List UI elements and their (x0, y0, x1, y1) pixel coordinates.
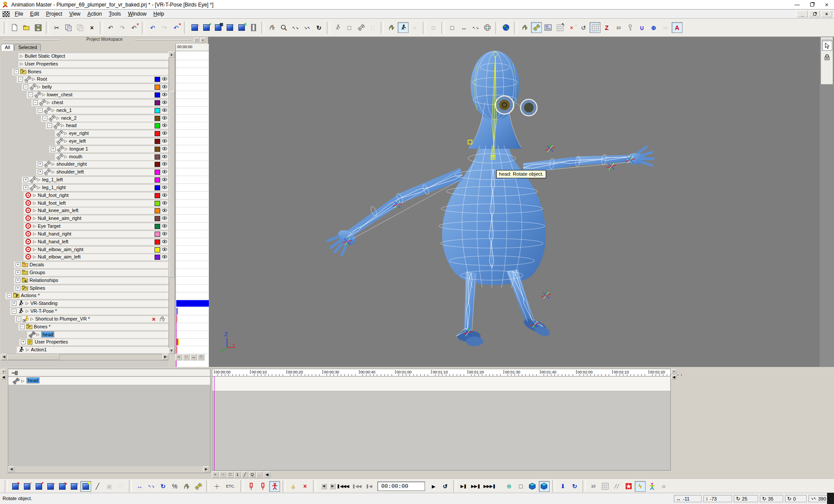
skeletal-mode-button[interactable] (398, 22, 409, 33)
shaded-mode-button[interactable] (527, 481, 538, 492)
chain-links-button[interactable]: oo (660, 22, 671, 33)
zoom-tool-button[interactable] (278, 22, 289, 33)
tree-item-label[interactable]: Bullet Static Object (25, 53, 65, 59)
delete-keyframe-button[interactable]: × (300, 481, 310, 492)
scale-manipulator-button[interactable]: ↖↘ (470, 22, 481, 33)
sphere-toggle-button[interactable]: ○ (658, 481, 669, 492)
bone-color-chip[interactable] (155, 193, 160, 198)
properties-arrow-icon[interactable]: ▷ (33, 255, 36, 259)
mode-cube-rotate-button[interactable]: ↻ (80, 481, 91, 492)
tree-item-eye-right[interactable]: ▷eye_right (1, 130, 168, 137)
tree-item-label[interactable]: Splines (30, 285, 45, 291)
tree-item-label[interactable]: Relationships (30, 278, 58, 283)
bone-color-chip[interactable] (155, 131, 160, 136)
visibility-eye-icon[interactable] (162, 185, 168, 190)
visibility-eye-icon[interactable] (162, 100, 168, 105)
new-choreography-button[interactable] (248, 22, 259, 33)
tree-vertical-scrollbar[interactable]: ▲ ▼ (168, 52, 175, 354)
visibility-eye-icon[interactable] (162, 201, 168, 206)
properties-arrow-icon[interactable]: ▷ (30, 317, 33, 321)
menu-action[interactable]: Action (84, 10, 105, 18)
visibility-eye-icon[interactable] (162, 232, 168, 237)
current-time-field[interactable] (377, 481, 425, 491)
properties-arrow-icon[interactable]: ▷ (56, 116, 59, 120)
timeline-close-button[interactable]: × (1, 369, 6, 374)
go-to-start-button[interactable]: ❚◀◀◀ (336, 481, 350, 492)
frame-view-button[interactable]: □ (198, 354, 204, 360)
expand-icon[interactable]: + (12, 301, 16, 306)
tree-item-label[interactable]: mouth (69, 154, 82, 159)
bone-color-chip[interactable] (155, 123, 160, 128)
tree-item-relationships[interactable]: +Relationships (1, 277, 168, 284)
bone-color-chip[interactable] (155, 100, 160, 105)
properties-arrow-icon[interactable]: ▷ (61, 123, 64, 128)
translate-object-button[interactable]: ↔ (134, 481, 145, 492)
workspace-tab-all[interactable]: All (1, 44, 14, 51)
tree-item-user-properties[interactable]: ▷User Properties (1, 61, 168, 68)
zoom-fit-selected-button[interactable]: ↘↖ (302, 22, 313, 33)
tl-more-button[interactable]: ‥ (256, 471, 263, 478)
properties-arrow-icon[interactable]: ▷ (20, 62, 23, 66)
mode-cube-6-button[interactable]: ↓ (69, 481, 79, 492)
tree-item-shortcut-to-plumper-vr[interactable]: −▷Shortcut to Plumper_VR *× (1, 316, 168, 323)
paint-keys-button[interactable]: ×․ (566, 22, 577, 33)
expand-icon[interactable]: + (16, 286, 20, 291)
mdi-document-icon[interactable] (3, 11, 10, 17)
expand-view-button[interactable]: ↔ (190, 354, 197, 360)
key-lock-button[interactable] (625, 22, 636, 33)
menu-window[interactable]: Window (125, 10, 150, 18)
visibility-eye-icon[interactable] (162, 162, 168, 167)
tree-item-label[interactable]: shoulder_left (56, 169, 84, 174)
mdi-restore-button[interactable] (809, 10, 820, 17)
rotate-keys-button[interactable]: ↺ (578, 22, 589, 33)
properties-arrow-icon[interactable]: ▷ (52, 108, 55, 112)
rotate-manipulator-button[interactable] (482, 22, 493, 33)
collapse-icon[interactable]: − (16, 317, 21, 321)
properties-arrow-icon[interactable]: ▷ (33, 239, 36, 244)
properties-arrow-icon[interactable]: ▷ (32, 77, 35, 81)
mode-cube-3-button[interactable]: ↗ (33, 481, 44, 492)
properties-arrow-icon[interactable]: ▷ (33, 224, 36, 228)
redo-view-button[interactable]: ↷ (159, 22, 170, 33)
scale-object-button[interactable]: ↖↘ (146, 481, 157, 492)
grab-bone-button[interactable] (181, 481, 192, 492)
ruler-toggle-button[interactable]: 10 (588, 481, 599, 492)
dopesheet-view-button[interactable]: ∷ (183, 354, 190, 360)
tree-item-neck-1[interactable]: −▷neck_1 (1, 107, 168, 114)
bone-color-chip[interactable] (155, 239, 160, 245)
tree-item-bullet-static-object[interactable]: ▷Bullet Static Object (1, 53, 168, 60)
bone-color-chip[interactable] (155, 185, 160, 190)
tree-item-shoulder-left[interactable]: +▷shoulder_left (1, 169, 168, 176)
modeling-mode-button[interactable] (332, 22, 343, 33)
mdi-minimize-button[interactable]: _ (797, 10, 808, 17)
properties-arrow-icon[interactable]: ▷ (65, 147, 68, 151)
delete-bone-icon[interactable]: × (152, 316, 155, 323)
tree-item-leg-1-right[interactable]: +▷leg_1_right (1, 184, 168, 191)
translate-manipulator-button[interactable]: ↔ (458, 22, 469, 33)
bone-color-chip[interactable] (155, 85, 160, 90)
properties-arrow-icon[interactable]: ▷ (42, 92, 45, 97)
tree-item-decals[interactable]: +Decals (1, 262, 168, 268)
back-frame-button[interactable]: ❚◀ (364, 481, 374, 492)
properties-arrow-icon[interactable]: ▷ (33, 208, 36, 213)
key-rotate-button[interactable] (257, 481, 268, 492)
tree-scroll-right-button[interactable]: ▶ (162, 354, 168, 360)
tree-item-label[interactable]: Null_foot_left (38, 200, 66, 206)
menu-project[interactable]: Project (43, 10, 66, 18)
properties-arrow-icon[interactable]: ▷ (33, 201, 36, 205)
cp-mode-button[interactable]: □ (344, 22, 355, 33)
tree-item-tongue-1[interactable]: +▷tongue 1 (1, 146, 168, 153)
tree-item-head[interactable]: −▷head (1, 122, 168, 129)
visibility-eye-icon[interactable] (162, 208, 168, 213)
properties-arrow-icon[interactable]: ▷ (36, 332, 40, 337)
tree-item-label[interactable]: Bones * (34, 324, 51, 329)
visibility-eye-icon[interactable] (162, 170, 168, 175)
restore-button[interactable] (804, 0, 819, 9)
tree-item-label[interactable]: head (66, 123, 76, 128)
key-skeleton-button[interactable] (269, 481, 280, 492)
bone-color-chip[interactable] (155, 154, 160, 160)
tree-item-eye-left[interactable]: ▷eye_left (1, 138, 168, 145)
make-keyframe-button[interactable]: ⚶ (288, 481, 299, 492)
tl-zoom-button[interactable]: Q (249, 471, 256, 478)
expand-icon[interactable]: + (38, 162, 43, 167)
